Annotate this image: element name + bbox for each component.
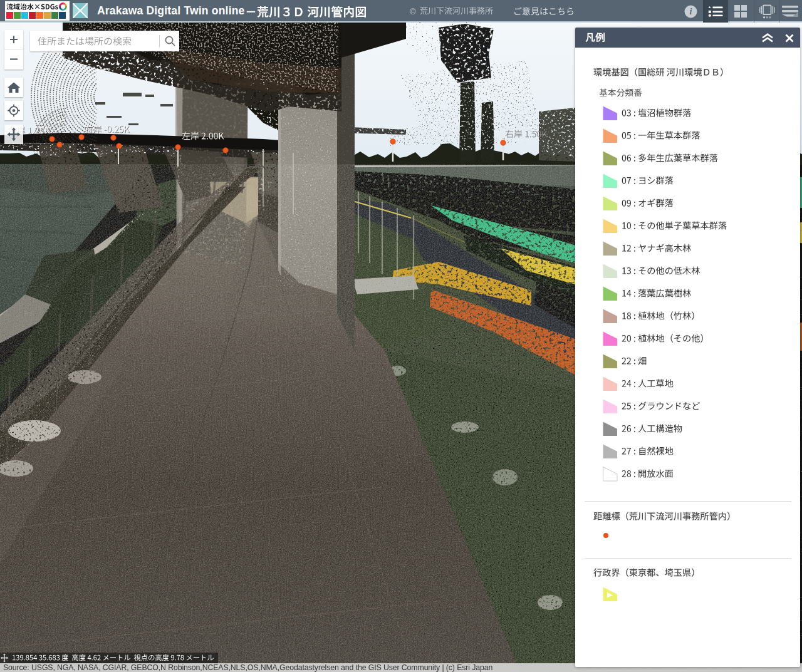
svg-text:i: i (690, 7, 692, 16)
